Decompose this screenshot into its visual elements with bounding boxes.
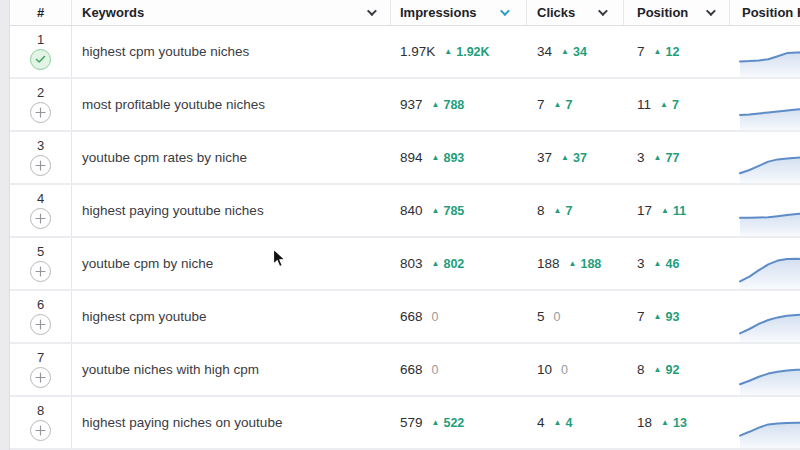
position-delta: ▲46 (654, 257, 680, 271)
column-header-number: # (10, 0, 72, 25)
plus-circle-icon[interactable] (30, 102, 51, 123)
plus-circle-icon[interactable] (30, 314, 51, 335)
position-history-sparkline (730, 79, 800, 130)
clicks-delta: ▲37 (561, 151, 587, 165)
impressions-delta: ▲893 (432, 151, 465, 165)
plus-circle-icon[interactable] (30, 367, 51, 388)
position-history-cell (730, 238, 800, 289)
row-number: 3 (37, 139, 44, 152)
position-value: 7 (637, 44, 645, 59)
position-value: 11 (637, 97, 651, 112)
delta-up-icon: ▲ (432, 419, 440, 427)
position-history-cell (730, 397, 800, 448)
delta-up-icon: ▲ (654, 48, 662, 56)
delta-up-icon: ▲ (432, 154, 440, 162)
position-history-cell (730, 132, 800, 183)
column-header-position[interactable]: Position (624, 0, 730, 25)
keyword-text[interactable]: highest paying youtube niches (82, 203, 264, 218)
table-row[interactable]: 5 youtube cpm by niche 803 ▲802 188 ▲188… (10, 238, 800, 291)
row-number-cell: 6 (10, 291, 72, 342)
delta-up-icon: ▲ (554, 101, 562, 109)
column-header-impressions-label: Impressions (400, 5, 477, 20)
column-header-impressions[interactable]: Impressions (391, 0, 527, 25)
table-row[interactable]: 4 highest paying youtube niches 840 ▲785… (10, 185, 800, 238)
keyword-text[interactable]: highest cpm youtube niches (82, 44, 249, 59)
position-history-cell (730, 291, 800, 342)
keyword-cell: highest cpm youtube (72, 291, 391, 342)
position-cell: 7 ▲93 (624, 291, 730, 342)
position-cell: 7 ▲12 (624, 26, 730, 77)
clicks-value: 8 (537, 203, 545, 218)
keyword-text[interactable]: youtube cpm by niche (82, 256, 213, 271)
impressions-value: 840 (400, 203, 423, 218)
clicks-delta: 0 (554, 310, 561, 324)
position-history-sparkline (730, 26, 800, 77)
position-history-sparkline (730, 185, 800, 236)
position-value: 3 (637, 150, 645, 165)
delta-up-icon: ▲ (554, 419, 562, 427)
clicks-value: 7 (537, 97, 545, 112)
keyword-cell: highest cpm youtube niches (72, 26, 391, 77)
impressions-value: 1.97K (400, 44, 435, 59)
clicks-value: 34 (537, 44, 552, 59)
chevron-down-icon[interactable] (598, 6, 608, 16)
plus-circle-icon[interactable] (30, 155, 51, 176)
chevron-down-icon[interactable] (367, 6, 377, 16)
plus-circle-icon[interactable] (30, 261, 51, 282)
keyword-text[interactable]: youtube niches with high cpm (82, 362, 259, 377)
delta-up-icon: ▲ (660, 101, 668, 109)
impressions-delta: ▲788 (432, 98, 465, 112)
keyword-text[interactable]: youtube cpm rates by niche (82, 150, 247, 165)
column-header-keywords[interactable]: Keywords (72, 0, 391, 25)
chevron-down-icon-sorted[interactable] (500, 6, 510, 16)
row-number-cell: 1 (10, 26, 72, 77)
table-row[interactable]: 7 youtube niches with high cpm 668 0 10 … (10, 344, 800, 397)
position-value: 3 (637, 256, 645, 271)
plus-circle-icon[interactable] (30, 420, 51, 441)
keyword-rank-tracker-table: # Keywords Impressions Clicks Position P… (0, 0, 800, 450)
column-header-number-label: # (37, 5, 44, 20)
row-number: 1 (37, 33, 44, 46)
position-delta: ▲92 (654, 363, 680, 377)
row-number-cell: 8 (10, 397, 72, 448)
delta-up-icon: ▲ (432, 207, 440, 215)
table-row[interactable]: 1 highest cpm youtube niches 1.97K ▲1.92… (10, 26, 800, 79)
impressions-cell: 840 ▲785 (391, 185, 527, 236)
clicks-cell: 4 ▲4 (527, 397, 624, 448)
position-delta: ▲7 (660, 98, 679, 112)
row-number-cell: 5 (10, 238, 72, 289)
row-number: 7 (37, 351, 44, 364)
clicks-value: 4 (537, 415, 545, 430)
clicks-delta: ▲188 (569, 257, 602, 271)
column-header-clicks[interactable]: Clicks (527, 0, 624, 25)
delta-up-icon: ▲ (561, 48, 569, 56)
keyword-text[interactable]: most profitable youtube niches (82, 97, 265, 112)
position-value: 18 (637, 415, 652, 430)
impressions-delta: 0 (432, 363, 439, 377)
clicks-cell: 34 ▲34 (527, 26, 624, 77)
position-delta: ▲12 (654, 45, 680, 59)
keyword-text[interactable]: highest paying niches on youtube (82, 415, 282, 430)
impressions-cell: 894 ▲893 (391, 132, 527, 183)
delta-up-icon: ▲ (432, 101, 440, 109)
position-value: 17 (637, 203, 652, 218)
impressions-cell: 668 0 (391, 344, 527, 395)
position-cell: 8 ▲92 (624, 344, 730, 395)
table-row[interactable]: 3 youtube cpm rates by niche 894 ▲893 37… (10, 132, 800, 185)
impressions-cell: 1.97K ▲1.92K (391, 26, 527, 77)
table-body: 1 highest cpm youtube niches 1.97K ▲1.92… (10, 26, 800, 450)
table-row[interactable]: 8 highest paying niches on youtube 579 ▲… (10, 397, 800, 450)
table-row[interactable]: 6 highest cpm youtube 668 0 5 0 7 ▲93 (10, 291, 800, 344)
row-number-cell: 4 (10, 185, 72, 236)
clicks-delta: ▲4 (554, 416, 573, 430)
position-cell: 11 ▲7 (624, 79, 730, 130)
position-history-cell (730, 26, 800, 77)
clicks-delta: ▲34 (561, 45, 587, 59)
plus-circle-icon[interactable] (30, 208, 51, 229)
keyword-text[interactable]: highest cpm youtube (82, 309, 207, 324)
chevron-down-icon[interactable] (706, 6, 716, 16)
check-circle-icon[interactable] (30, 49, 51, 70)
delta-up-icon: ▲ (654, 366, 662, 374)
table-row[interactable]: 2 most profitable youtube niches 937 ▲78… (10, 79, 800, 132)
impressions-value: 937 (400, 97, 423, 112)
